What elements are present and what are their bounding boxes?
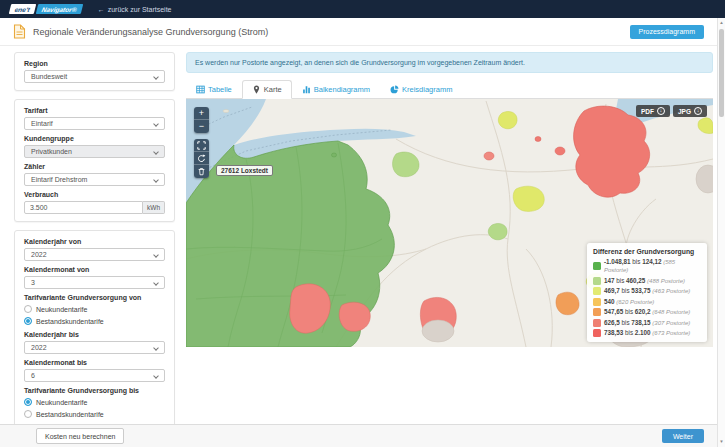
tab-tabelle[interactable]: Tabelle <box>186 80 242 99</box>
radio-label: Neukundentarife <box>36 399 87 406</box>
verbrauch-input[interactable] <box>24 201 143 214</box>
next-button[interactable]: Weiter <box>662 429 704 443</box>
legend-swatch <box>593 329 601 337</box>
kalendermonat-von-select[interactable]: 3 <box>24 276 165 289</box>
tarifvariante-bis-bestandskunden-radio[interactable]: Bestandskundentarife <box>24 409 165 419</box>
region-label: Region <box>24 60 165 68</box>
map-export-buttons: PDF ↓ JPG ↓ <box>636 105 707 117</box>
bar-chart-icon <box>302 85 311 94</box>
kundengruppe-label: Kundengruppe <box>24 135 165 143</box>
export-pdf-label: PDF <box>641 108 654 115</box>
kalenderjahr-bis-label: Kalenderjahr bis <box>24 331 165 339</box>
verbrauch-unit-addon: kWh <box>143 201 165 214</box>
tarifvariante-von-neukunden-radio[interactable]: Neukundentarife <box>24 304 165 314</box>
top-navbar: ene't Navigator® ← zurück zur Startseite <box>0 0 725 18</box>
trash-icon <box>197 167 206 176</box>
tab-label: Balkendiagramm <box>314 85 370 94</box>
legend-item: -1.048,81 bis 124,12 (585 Postorte) <box>593 258 701 274</box>
legend-text: 626,5 bis 738,15 (307 Postorte) <box>604 319 690 327</box>
legend-swatch <box>593 298 601 306</box>
kalenderjahr-von-label: Kalenderjahr von <box>24 238 165 246</box>
map-region-orange[interactable] <box>556 292 579 315</box>
download-icon: ↓ <box>657 107 665 115</box>
legend-item: 147 bis 460,25 (488 Postorte) <box>593 277 701 285</box>
tab-karte[interactable]: Karte <box>242 80 292 99</box>
legend-item: 540 (620 Postorte) <box>593 298 701 306</box>
back-link-label: zurück zur Startseite <box>108 6 172 13</box>
map-zoom-controls: + − <box>194 107 209 133</box>
verbrauch-label: Verbrauch <box>24 191 165 199</box>
scrollbar-thumb[interactable] <box>719 29 724 117</box>
legend-title: Differenz der Grundversorgung <box>593 248 701 255</box>
legend-text: 540 (620 Postorte) <box>604 298 654 306</box>
radio-label: Neukundentarife <box>36 306 87 313</box>
tarifvariante-von-bestandskunden-radio[interactable]: Bestandskundentarife <box>24 316 165 326</box>
radio-checked-icon <box>24 317 32 325</box>
kalendermonat-von-label: Kalendermonat von <box>24 266 165 274</box>
download-icon: ↓ <box>694 107 702 115</box>
map-pin-icon <box>252 85 261 94</box>
fullscreen-button[interactable] <box>194 139 209 152</box>
scroll-down-arrow[interactable]: ▼ <box>718 438 725 446</box>
filter-sidebar: Region Bundesweit Tarifart Eintarif Kund… <box>14 52 175 435</box>
legend-text: 147 bis 460,25 (488 Postorte) <box>604 277 685 285</box>
legend-item: 626,5 bis 738,15 (307 Postorte) <box>593 319 701 327</box>
period-card: Kalenderjahr von 2022 Kalendermonat von … <box>14 230 175 427</box>
export-jpg-button[interactable]: JPG ↓ <box>673 105 707 117</box>
legend-text: 469,7 bis 533,75 (463 Postorte) <box>604 287 690 295</box>
zoom-out-button[interactable]: − <box>194 120 209 133</box>
map-panel: + − PDF <box>186 99 713 347</box>
kalendermonat-bis-select[interactable]: 6 <box>24 369 165 382</box>
reset-view-button[interactable] <box>194 152 209 165</box>
page-header: Regionale Veränderungsanalyse Grundverso… <box>0 18 717 46</box>
view-tabs: Tabelle Karte Balkendiagramm Kreisdiagra… <box>186 80 713 99</box>
region-select[interactable]: Bundesweit <box>24 70 165 83</box>
page-title: Regionale Veränderungsanalyse Grundverso… <box>33 27 268 37</box>
tarifvariante-bis-label: Tarifvariante Grundversorgung bis <box>24 387 165 395</box>
legend-item: 738,53 bis 2.100 (673 Postorte) <box>593 329 701 337</box>
map-legend: Differenz der Grundversorgung -1.048,81 … <box>587 243 707 342</box>
logo-enet: ene't <box>9 4 36 14</box>
legend-text: -1.048,81 bis 124,12 (585 Postorte) <box>604 258 701 274</box>
fullscreen-icon <box>197 141 206 150</box>
tab-kreisdiagramm[interactable]: Kreisdiagramm <box>380 80 462 99</box>
process-diagram-button[interactable]: Prozessdiagramm <box>630 25 704 39</box>
radio-label: Bestandskundentarife <box>36 411 104 418</box>
radio-label: Bestandskundentarife <box>36 318 104 325</box>
tarifart-label: Tarifart <box>24 107 165 115</box>
kalendermonat-bis-label: Kalendermonat bis <box>24 359 165 367</box>
region-card: Region Bundesweit <box>14 52 175 91</box>
tarifart-select[interactable]: Eintarif <box>24 117 165 130</box>
reset-icon <box>197 154 206 163</box>
legend-text: 547,65 bis 620,2 (648 Postorte) <box>604 308 690 316</box>
legend-swatch <box>593 308 601 316</box>
legend-swatch <box>593 262 601 270</box>
map-tooltip: 27612 Loxstedt <box>216 165 273 176</box>
footer-bar: Kosten neu berechnen Weiter <box>0 424 717 447</box>
tarifvariante-von-label: Tarifvariante Grundversorgung von <box>24 294 165 302</box>
document-icon <box>13 24 26 39</box>
zoom-in-button[interactable]: + <box>194 107 209 120</box>
pie-chart-icon <box>390 85 399 94</box>
delete-button[interactable] <box>194 165 209 178</box>
tab-label: Tabelle <box>208 85 232 94</box>
tab-balkendiagramm[interactable]: Balkendiagramm <box>292 80 380 99</box>
app-logo[interactable]: ene't Navigator® <box>10 4 82 14</box>
tarifvariante-bis-neukunden-radio[interactable]: Neukundentarife <box>24 397 165 407</box>
main-content: Es werden nur Postorte angezeigt, an den… <box>186 52 713 347</box>
tab-label: Karte <box>264 85 282 94</box>
table-icon <box>196 85 205 94</box>
recalculate-button[interactable]: Kosten neu berechnen <box>36 428 124 444</box>
export-pdf-button[interactable]: PDF ↓ <box>636 105 670 117</box>
export-jpg-label: JPG <box>678 108 691 115</box>
legend-item: 469,7 bis 533,75 (463 Postorte) <box>593 287 701 295</box>
kundengruppe-select[interactable]: Privatkunden <box>24 145 165 158</box>
back-to-start-link[interactable]: ← zurück zur Startseite <box>98 6 172 13</box>
logo-navigator: Navigator® <box>36 4 83 14</box>
kalenderjahr-bis-select[interactable]: 2022 <box>24 341 165 354</box>
legend-text: 738,53 bis 2.100 (673 Postorte) <box>604 329 690 337</box>
scroll-up-arrow[interactable]: ▲ <box>718 19 725 27</box>
vertical-scrollbar[interactable]: ▲ ▼ <box>717 18 725 447</box>
kalenderjahr-von-select[interactable]: 2022 <box>24 248 165 261</box>
zaehler-select[interactable]: Eintarif Drehstrom <box>24 173 165 186</box>
